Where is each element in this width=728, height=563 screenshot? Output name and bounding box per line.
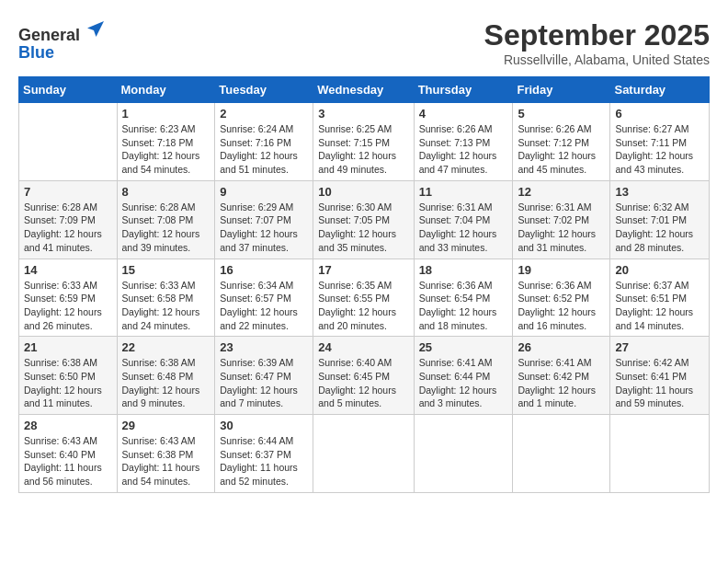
day-info: Sunrise: 6:24 AMSunset: 7:16 PMDaylight:… xyxy=(220,122,308,177)
day-number: 11 xyxy=(419,185,508,199)
calendar-day-cell: 19Sunrise: 6:36 AMSunset: 6:52 PMDayligh… xyxy=(513,259,610,337)
day-number: 13 xyxy=(615,185,704,199)
day-number: 10 xyxy=(318,185,408,199)
day-number: 14 xyxy=(24,263,112,277)
calendar-body: 1Sunrise: 6:23 AMSunset: 7:18 PMDaylight… xyxy=(19,103,710,493)
day-info: Sunrise: 6:31 AMSunset: 7:02 PMDaylight:… xyxy=(518,201,605,255)
day-info: Sunrise: 6:25 AMSunset: 7:15 PMDaylight:… xyxy=(318,122,408,177)
day-info: Sunrise: 6:36 AMSunset: 6:52 PMDaylight:… xyxy=(518,279,605,333)
day-info: Sunrise: 6:41 AMSunset: 6:42 PMDaylight:… xyxy=(518,356,605,410)
day-info: Sunrise: 6:28 AMSunset: 7:08 PMDaylight:… xyxy=(122,201,210,255)
day-number: 25 xyxy=(419,340,508,354)
calendar-day-cell: 13Sunrise: 6:32 AMSunset: 7:01 PMDayligh… xyxy=(610,180,710,259)
day-info: Sunrise: 6:41 AMSunset: 6:44 PMDaylight:… xyxy=(419,356,508,410)
header: General Blue September 2025 Russellville… xyxy=(18,18,710,67)
calendar-subtitle: Russellville, Alabama, United States xyxy=(484,52,710,67)
day-info: Sunrise: 6:33 AMSunset: 6:58 PMDaylight:… xyxy=(122,279,210,333)
calendar-day-cell: 2Sunrise: 6:24 AMSunset: 7:16 PMDaylight… xyxy=(215,103,313,181)
day-info: Sunrise: 6:44 AMSunset: 6:37 PMDaylight:… xyxy=(220,434,308,488)
calendar-week-row: 1Sunrise: 6:23 AMSunset: 7:18 PMDaylight… xyxy=(19,103,710,181)
calendar-day-cell xyxy=(414,415,513,493)
calendar-day-cell: 26Sunrise: 6:41 AMSunset: 6:42 PMDayligh… xyxy=(513,337,610,415)
calendar-week-row: 21Sunrise: 6:38 AMSunset: 6:50 PMDayligh… xyxy=(19,337,710,415)
day-info: Sunrise: 6:27 AMSunset: 7:11 PMDaylight:… xyxy=(615,122,704,177)
calendar-day-cell: 30Sunrise: 6:44 AMSunset: 6:37 PMDayligh… xyxy=(215,415,313,493)
day-number: 24 xyxy=(318,340,408,354)
day-number: 28 xyxy=(24,419,112,432)
calendar-day-cell: 6Sunrise: 6:27 AMSunset: 7:11 PMDaylight… xyxy=(610,103,710,181)
calendar-day-cell: 29Sunrise: 6:43 AMSunset: 6:38 PMDayligh… xyxy=(117,415,215,493)
weekday-header-cell: Wednesday xyxy=(313,77,414,103)
day-number: 8 xyxy=(122,185,210,199)
day-info: Sunrise: 6:36 AMSunset: 6:54 PMDaylight:… xyxy=(419,279,508,333)
calendar-title: September 2025 xyxy=(484,18,710,52)
calendar-day-cell: 5Sunrise: 6:26 AMSunset: 7:12 PMDaylight… xyxy=(513,103,610,181)
calendar-day-cell: 4Sunrise: 6:26 AMSunset: 7:13 PMDaylight… xyxy=(414,103,513,181)
day-number: 17 xyxy=(318,263,408,277)
calendar-day-cell: 16Sunrise: 6:34 AMSunset: 6:57 PMDayligh… xyxy=(215,259,313,337)
calendar-day-cell: 11Sunrise: 6:31 AMSunset: 7:04 PMDayligh… xyxy=(414,180,513,259)
calendar-day-cell: 10Sunrise: 6:30 AMSunset: 7:05 PMDayligh… xyxy=(313,180,414,259)
day-info: Sunrise: 6:34 AMSunset: 6:57 PMDaylight:… xyxy=(220,279,308,333)
day-info: Sunrise: 6:26 AMSunset: 7:13 PMDaylight:… xyxy=(419,122,508,177)
title-section: September 2025 Russellville, Alabama, Un… xyxy=(484,18,710,67)
day-number: 23 xyxy=(220,340,308,354)
day-number: 20 xyxy=(615,263,704,277)
day-info: Sunrise: 6:32 AMSunset: 7:01 PMDaylight:… xyxy=(615,201,704,255)
calendar-day-cell: 8Sunrise: 6:28 AMSunset: 7:08 PMDaylight… xyxy=(117,180,215,259)
logo-blue: Blue xyxy=(18,43,54,62)
day-number: 26 xyxy=(518,340,605,354)
calendar-day-cell: 17Sunrise: 6:35 AMSunset: 6:55 PMDayligh… xyxy=(313,259,414,337)
calendar-day-cell: 28Sunrise: 6:43 AMSunset: 6:40 PMDayligh… xyxy=(19,415,118,493)
calendar-day-cell xyxy=(513,415,610,493)
day-number: 4 xyxy=(419,107,508,121)
calendar-day-cell: 21Sunrise: 6:38 AMSunset: 6:50 PMDayligh… xyxy=(19,337,118,415)
weekday-header-cell: Sunday xyxy=(19,77,118,103)
calendar-week-row: 7Sunrise: 6:28 AMSunset: 7:09 PMDaylight… xyxy=(19,180,710,259)
day-number: 2 xyxy=(220,107,308,121)
calendar-day-cell: 22Sunrise: 6:38 AMSunset: 6:48 PMDayligh… xyxy=(117,337,215,415)
weekday-header-cell: Monday xyxy=(117,77,215,103)
day-info: Sunrise: 6:40 AMSunset: 6:45 PMDaylight:… xyxy=(318,356,408,410)
day-number: 9 xyxy=(220,185,308,199)
weekday-header-cell: Tuesday xyxy=(215,77,313,103)
day-number: 19 xyxy=(518,263,605,277)
day-info: Sunrise: 6:29 AMSunset: 7:07 PMDaylight:… xyxy=(220,201,308,255)
day-info: Sunrise: 6:42 AMSunset: 6:41 PMDaylight:… xyxy=(615,356,704,410)
calendar-day-cell: 1Sunrise: 6:23 AMSunset: 7:18 PMDaylight… xyxy=(117,103,215,181)
calendar-week-row: 28Sunrise: 6:43 AMSunset: 6:40 PMDayligh… xyxy=(19,415,710,493)
day-number: 7 xyxy=(24,185,112,199)
calendar-day-cell: 24Sunrise: 6:40 AMSunset: 6:45 PMDayligh… xyxy=(313,337,414,415)
day-info: Sunrise: 6:35 AMSunset: 6:55 PMDaylight:… xyxy=(318,279,408,333)
day-number: 12 xyxy=(518,185,605,199)
day-number: 5 xyxy=(518,107,605,121)
calendar-day-cell: 27Sunrise: 6:42 AMSunset: 6:41 PMDayligh… xyxy=(610,337,710,415)
weekday-header-cell: Thursday xyxy=(414,77,513,103)
calendar-day-cell: 14Sunrise: 6:33 AMSunset: 6:59 PMDayligh… xyxy=(19,259,118,337)
day-number: 29 xyxy=(122,419,210,432)
calendar-day-cell: 18Sunrise: 6:36 AMSunset: 6:54 PMDayligh… xyxy=(414,259,513,337)
calendar-day-cell: 9Sunrise: 6:29 AMSunset: 7:07 PMDaylight… xyxy=(215,180,313,259)
day-number: 21 xyxy=(24,340,112,354)
calendar-day-cell: 25Sunrise: 6:41 AMSunset: 6:44 PMDayligh… xyxy=(414,337,513,415)
day-number: 16 xyxy=(220,263,308,277)
calendar-day-cell: 23Sunrise: 6:39 AMSunset: 6:47 PMDayligh… xyxy=(215,337,313,415)
calendar-week-row: 14Sunrise: 6:33 AMSunset: 6:59 PMDayligh… xyxy=(19,259,710,337)
day-info: Sunrise: 6:43 AMSunset: 6:40 PMDaylight:… xyxy=(24,434,112,488)
logo-general: General xyxy=(18,26,80,44)
calendar-day-cell: 12Sunrise: 6:31 AMSunset: 7:02 PMDayligh… xyxy=(513,180,610,259)
day-info: Sunrise: 6:28 AMSunset: 7:09 PMDaylight:… xyxy=(24,201,112,255)
weekday-header-cell: Saturday xyxy=(610,77,710,103)
day-info: Sunrise: 6:38 AMSunset: 6:48 PMDaylight:… xyxy=(122,356,210,410)
calendar-day-cell xyxy=(313,415,414,493)
day-info: Sunrise: 6:37 AMSunset: 6:51 PMDaylight:… xyxy=(615,279,704,333)
day-number: 22 xyxy=(122,340,210,354)
day-number: 15 xyxy=(122,263,210,277)
day-info: Sunrise: 6:30 AMSunset: 7:05 PMDaylight:… xyxy=(318,201,408,255)
calendar-day-cell: 7Sunrise: 6:28 AMSunset: 7:09 PMDaylight… xyxy=(19,180,118,259)
day-number: 6 xyxy=(615,107,704,121)
day-info: Sunrise: 6:23 AMSunset: 7:18 PMDaylight:… xyxy=(122,122,210,177)
day-info: Sunrise: 6:39 AMSunset: 6:47 PMDaylight:… xyxy=(220,356,308,410)
day-info: Sunrise: 6:43 AMSunset: 6:38 PMDaylight:… xyxy=(122,434,210,488)
day-number: 18 xyxy=(419,263,508,277)
